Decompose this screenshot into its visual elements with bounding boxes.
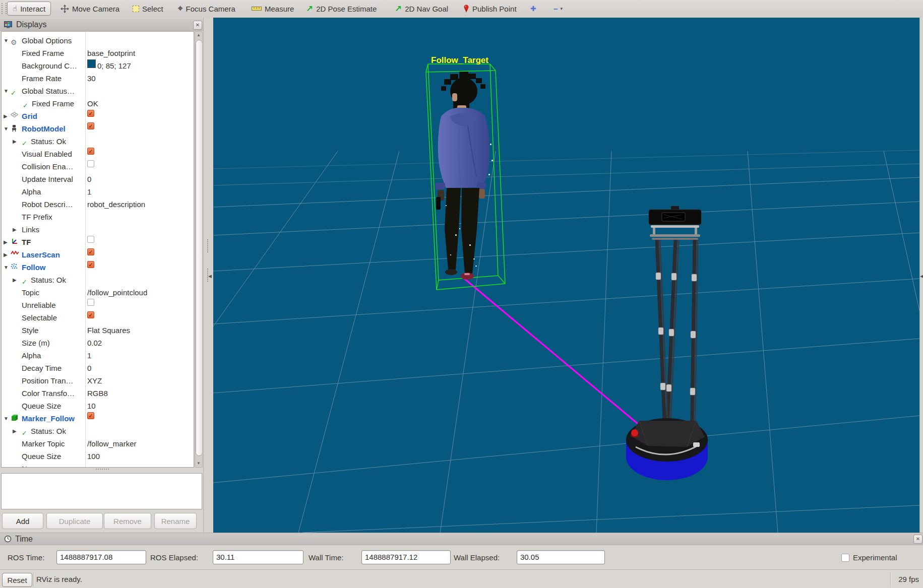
tree-row-value[interactable]: OK	[87, 97, 98, 110]
chevron-right-icon[interactable]: ▶	[4, 110, 8, 122]
toolbar-item-interact[interactable]: ☝Interact	[7, 2, 51, 16]
color-swatch[interactable]	[87, 59, 96, 68]
tree-row-value[interactable]: 30	[87, 72, 96, 85]
tree-row-collision-ena-[interactable]: Collision Ena…	[2, 160, 194, 173]
tree-row-value[interactable]: /follow_pointcloud	[87, 286, 147, 299]
tree-row-background-c-[interactable]: Background C…0; 85; 127	[2, 59, 194, 72]
tree-row-color-transfo-[interactable]: Color Transfo…RGB8	[2, 387, 194, 400]
tree-row-grid[interactable]: ▶Grid✓	[2, 110, 194, 122]
toolbar-item-move-camera[interactable]: Move Camera	[60, 0, 119, 17]
toolbar-grip[interactable]	[2, 3, 7, 14]
chevron-right-icon[interactable]: ▶	[13, 223, 17, 236]
tree-row-status-ok[interactable]: ▶✓Status: Ok	[2, 274, 194, 286]
scrollbar-thumb[interactable]	[196, 40, 203, 456]
displays-tree[interactable]: ▼⚙Global OptionsFixed Framebase_footprin…	[1, 31, 194, 468]
rename-button[interactable]: Rename	[154, 513, 197, 529]
collapse-left-icon[interactable]: ◀	[208, 274, 212, 279]
remove-button[interactable]: Remove	[104, 513, 151, 529]
chevron-down-icon[interactable]: ▼	[4, 122, 9, 135]
tree-row-topic[interactable]: Topic/follow_pointcloud	[2, 286, 194, 299]
toolbar-item-plus-icon[interactable]: ✚	[530, 0, 536, 17]
tree-row-value[interactable]: robot_description	[87, 198, 145, 211]
tree-row-global-status-[interactable]: ▼✓Global Status…	[2, 85, 194, 97]
right-splitter[interactable]: ◀	[919, 18, 923, 533]
checkbox-checked[interactable]: ✓	[87, 261, 94, 268]
3d-viewport[interactable]: Follow_Target	[213, 18, 919, 533]
tree-row-marker-follow[interactable]: ▼Marker_Follow✓	[2, 412, 194, 425]
tree-row-robotmodel[interactable]: ▼RobotModel✓	[2, 122, 194, 135]
checkbox-unchecked[interactable]	[87, 160, 94, 167]
tree-row-value[interactable]: 0; 85; 127	[97, 59, 131, 72]
scroll-up-icon[interactable]: ▲	[197, 33, 201, 37]
splitter-grip[interactable]	[207, 239, 211, 252]
chevron-right-icon[interactable]: ▶	[13, 135, 17, 148]
displays-close-button[interactable]: ✕	[193, 21, 202, 30]
time-field-input[interactable]: 30.11	[213, 550, 303, 564]
toolbar-item-publish-point[interactable]: Publish Point	[463, 0, 517, 17]
tree-row-alpha[interactable]: Alpha1	[2, 185, 194, 198]
tree-row-n[interactable]: ▶N	[2, 463, 194, 468]
toolbar-item-measure[interactable]: Measure	[252, 0, 294, 17]
scroll-down-icon[interactable]: ▼	[197, 461, 201, 466]
chevron-right-icon[interactable]: ▶	[4, 236, 8, 248]
chevron-right-icon[interactable]: ▶	[13, 274, 17, 286]
tree-row-selectable[interactable]: Selectable✓	[2, 311, 194, 324]
tree-row-marker-topic[interactable]: Marker Topic/follow_marker	[2, 437, 194, 450]
checkbox-unchecked[interactable]	[87, 299, 94, 306]
tree-row-value[interactable]: base_footprint	[87, 47, 135, 59]
chevron-right-icon[interactable]: ▶	[13, 425, 17, 437]
tree-row-fixed-frame[interactable]: ✓Fixed FrameOK	[2, 97, 194, 110]
tree-row-frame-rate[interactable]: Frame Rate30	[2, 72, 194, 85]
checkbox-checked[interactable]: ✓	[87, 412, 94, 419]
time-field-input[interactable]: 1488887917.08	[56, 550, 146, 564]
checkbox-checked[interactable]: ✓	[87, 148, 94, 155]
chevron-right-icon[interactable]: ▶	[13, 463, 17, 468]
tree-row-status-ok[interactable]: ▶✓Status: Ok	[2, 425, 194, 437]
tree-row-value[interactable]: 1	[87, 349, 91, 362]
checkbox-checked[interactable]: ✓	[87, 122, 94, 129]
tree-row-status-ok[interactable]: ▶✓Status: Ok	[2, 135, 194, 148]
tree-row-style[interactable]: StyleFlat Squares	[2, 324, 194, 337]
toolbar-item-2d-nav-goal[interactable]: ↗2D Nav Goal	[395, 0, 448, 17]
tree-row-position-tran-[interactable]: Position Tran…XYZ	[2, 374, 194, 387]
checkbox-checked[interactable]: ✓	[87, 110, 94, 117]
tree-row-decay-time[interactable]: Decay Time0	[2, 362, 194, 374]
toolbar-item-minus-caret-icon[interactable]: −▼	[553, 0, 564, 17]
tree-row-tf[interactable]: ▶TF	[2, 236, 194, 248]
viewport-background[interactable]	[213, 18, 919, 533]
chevron-down-icon[interactable]: ▼	[4, 261, 9, 274]
tree-row-value[interactable]: /follow_marker	[87, 437, 137, 450]
tree-row-laserscan[interactable]: ▶LaserScan✓	[2, 248, 194, 261]
tree-row-value[interactable]: Flat Squares	[87, 324, 130, 337]
toolbar-item-2d-pose-estimate[interactable]: ↗2D Pose Estimate	[306, 0, 377, 17]
tree-row-links[interactable]: ▶Links	[2, 223, 194, 236]
checkbox-checked[interactable]: ✓	[87, 248, 94, 255]
experimental-checkbox[interactable]	[841, 554, 849, 562]
tree-row-value[interactable]: 1	[87, 185, 91, 198]
chevron-down-icon[interactable]: ▼	[4, 34, 9, 47]
tree-row-value[interactable]: 0	[87, 173, 91, 185]
tree-row-unreliable[interactable]: Unreliable	[2, 299, 194, 311]
reset-button[interactable]: Reset	[2, 573, 32, 587]
tree-row-fixed-frame[interactable]: Fixed Framebase_footprint	[2, 47, 194, 59]
tree-row-queue-size[interactable]: Queue Size100	[2, 450, 194, 463]
toolbar-item-focus-camera[interactable]: ⌖Focus Camera	[178, 0, 235, 17]
add-button[interactable]: Add	[2, 513, 43, 529]
tree-row-robot-descri-[interactable]: Robot Descri…robot_description	[2, 198, 194, 211]
toolbar-item-select[interactable]: Select	[133, 0, 163, 17]
time-close-button[interactable]: ✕	[913, 535, 922, 544]
tree-row-update-interval[interactable]: Update Interval0	[2, 173, 194, 185]
displays-vertical-scrollbar[interactable]: ▲ ▼	[195, 31, 203, 468]
checkbox-unchecked[interactable]	[87, 236, 94, 243]
time-field-input[interactable]: 30.05	[517, 550, 605, 564]
left-splitter[interactable]: ◀	[203, 18, 214, 533]
checkbox-checked[interactable]: ✓	[87, 311, 94, 318]
tree-row-global-options[interactable]: ▼⚙Global Options	[2, 34, 194, 47]
tree-row-value[interactable]: 10	[87, 400, 96, 412]
tree-row-queue-size[interactable]: Queue Size10	[2, 400, 194, 412]
time-field-input[interactable]: 1488887917.12	[361, 550, 451, 564]
tree-row-tf-prefix[interactable]: TF Prefix	[2, 211, 194, 223]
tree-row-alpha[interactable]: Alpha1	[2, 349, 194, 362]
duplicate-button[interactable]: Duplicate	[46, 513, 103, 529]
tree-row-size-m-[interactable]: Size (m)0.02	[2, 337, 194, 349]
